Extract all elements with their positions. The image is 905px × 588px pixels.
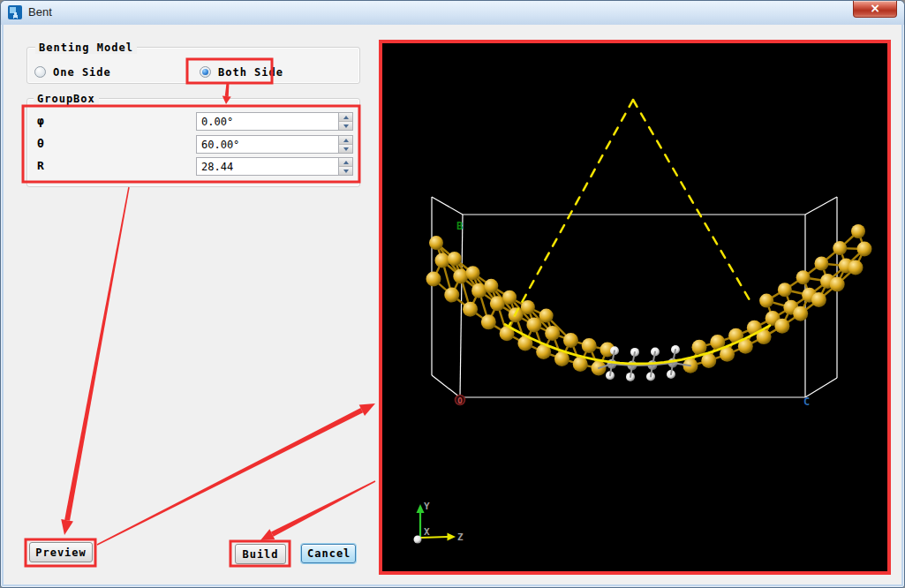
radio-one-side-label[interactable]: One Side — [53, 66, 111, 79]
r-spin-up-button[interactable] — [339, 158, 352, 166]
dialog-client-area: Benting Model One Side Both Side GroupBo… — [4, 25, 901, 584]
spin-down-icon — [343, 147, 349, 151]
arrow-to-build — [271, 480, 375, 536]
spin-down-icon — [343, 124, 349, 128]
theta-label: θ — [37, 137, 44, 150]
svg-text:Y: Y — [424, 501, 430, 512]
theta-spin-down-button[interactable] — [339, 144, 352, 153]
viewport-3d[interactable]: BOCYZX — [379, 40, 891, 575]
arrow-preview-to-viewport-head — [359, 403, 375, 416]
spin-up-icon — [343, 116, 349, 119]
svg-text:Z: Z — [457, 531, 464, 543]
close-icon: × — [870, 1, 880, 15]
svg-text:C: C — [803, 396, 810, 408]
close-button[interactable]: × — [853, 1, 897, 18]
phi-spinner — [338, 112, 353, 131]
title-bar[interactable]: Bent × — [1, 1, 904, 25]
preview-button[interactable]: Preview — [29, 542, 93, 562]
spin-up-icon — [343, 161, 349, 164]
benting-model-label: Benting Model — [35, 41, 137, 54]
theta-input[interactable] — [196, 135, 338, 154]
phi-label: φ — [37, 114, 44, 127]
phi-spin-down-button[interactable] — [339, 121, 352, 130]
r-spinner — [338, 157, 353, 176]
phi-input[interactable] — [196, 112, 338, 131]
app-icon — [8, 5, 22, 19]
molecule-scene: BOCYZX — [382, 43, 887, 571]
spin-down-icon — [343, 170, 349, 173]
arrow-preview-to-viewport — [97, 408, 364, 546]
parameters-groupbox-label: GroupBox — [34, 93, 99, 105]
arrow-bothside-to-parameters — [225, 83, 230, 96]
r-label: R — [37, 159, 44, 172]
svg-text:B: B — [456, 220, 463, 232]
phi-spin-up-button[interactable] — [339, 113, 352, 121]
radio-both-side[interactable] — [200, 66, 211, 78]
svg-text:O: O — [457, 396, 463, 405]
theta-spinner — [338, 135, 353, 154]
spin-up-icon — [343, 139, 349, 142]
radio-both-side-label[interactable]: Both Side — [218, 66, 283, 79]
cancel-button[interactable]: Cancel — [301, 544, 356, 563]
bent-dialog-window: Bent × Benting Model One Side Both Side … — [0, 0, 905, 588]
build-button[interactable]: Build — [235, 544, 286, 564]
theta-spin-up-button[interactable] — [339, 136, 352, 144]
window-title: Bent — [28, 5, 52, 19]
radio-one-side[interactable] — [34, 66, 46, 78]
r-spin-down-button[interactable] — [339, 166, 352, 175]
r-input[interactable] — [196, 157, 338, 176]
svg-text:X: X — [424, 526, 430, 538]
arrow-parameters-to-preview — [64, 187, 130, 521]
arrow-to-build-head — [260, 529, 275, 540]
arrow-parameters-to-preview-head — [61, 519, 73, 535]
